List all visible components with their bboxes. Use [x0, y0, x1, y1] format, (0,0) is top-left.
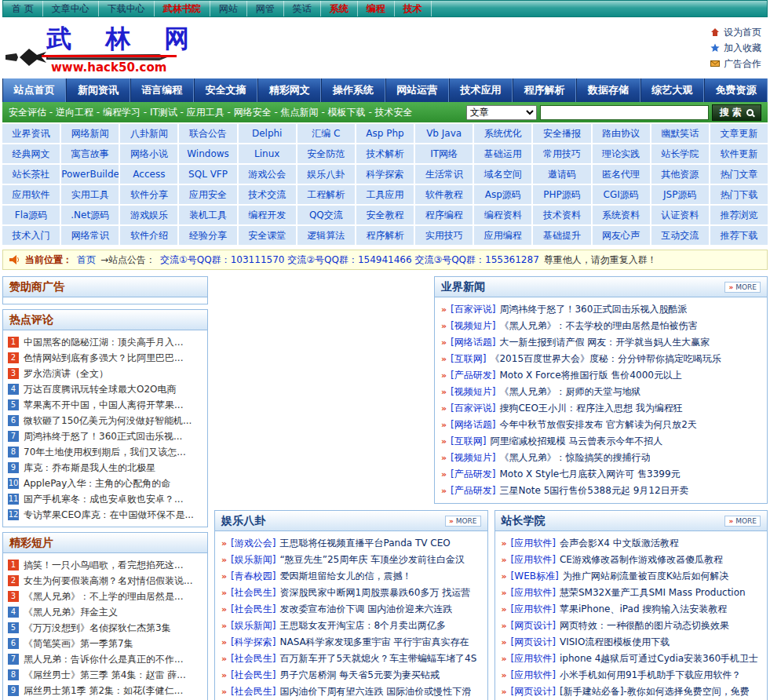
hot-comment-item[interactable]: 1 中国黑客的隐秘江湖：顶尖高手月入... [8, 334, 203, 350]
search-input[interactable] [540, 105, 709, 120]
category-link[interactable]: 站长学院 [651, 144, 709, 163]
category-link[interactable]: 互动交流 [651, 226, 709, 245]
category-link[interactable]: SQL VFP [179, 165, 236, 184]
news-item[interactable]: » [社会民生] 男子穴居桥洞 每天省5元要为妻买钻戒 [221, 667, 481, 684]
clip-item[interactable]: 9 屌丝男士第1季 第2集：如花(李健仁... [8, 683, 203, 698]
more-button[interactable]: » MORE [445, 516, 481, 527]
nav-tab[interactable]: 新闻资讯 [66, 78, 130, 102]
news-item[interactable]: » [网页设计] 网页特效：一种很酷的图片动态切换效果 [502, 618, 761, 634]
category-link[interactable]: 应用编程 [474, 226, 531, 245]
clip-item[interactable]: 2 女生为何要假装高潮？名对情侣假装说... [8, 573, 203, 589]
category-link[interactable]: 技术入门 [2, 226, 60, 245]
news-item[interactable]: » [应用软件] 慧荣SM32X量产工具SMI Mass Production [502, 585, 761, 601]
category-link[interactable]: 安全防范 [297, 144, 355, 163]
category-link[interactable]: 逻辑算法 [297, 226, 355, 245]
clip-item[interactable]: 4 《黑人兄弟》拜金主义 [8, 604, 203, 620]
hot-comment-item[interactable]: 6 微软砸了150亿美元为何没做好智能机... [8, 413, 203, 428]
category-link[interactable]: 程序编程 [415, 206, 473, 224]
clip-item[interactable]: 8 《屌丝男士》第三季 第4集：赵雷 薛... [8, 667, 203, 683]
clip-item[interactable]: 7 黑人兄弟：告诉你什么是真正的不作... [8, 651, 203, 667]
category-link[interactable]: 经典网文 [2, 144, 60, 163]
category-link[interactable]: 邀请码 [533, 165, 590, 184]
category-link[interactable]: Delphi [239, 124, 296, 143]
news-item[interactable]: » [科学探索] NASA科学家发现多重宇宙 平行宇宙真实存在 [221, 634, 481, 651]
hot-comment-item[interactable]: 8 70年土地使用权到期后，我们又该怎... [8, 444, 203, 460]
category-link[interactable]: Vb Java [415, 124, 473, 143]
nav-tab[interactable]: 安全文摘 [194, 78, 257, 102]
category-link[interactable]: 网友心声 [593, 226, 650, 245]
hot-comment-item[interactable]: 5 苹果离不开中国，中国人离得开苹果... [8, 397, 203, 413]
top-link[interactable]: 文章中心 [43, 1, 99, 16]
category-link[interactable]: 热门下载 [710, 185, 768, 204]
nav-tab[interactable]: 操作系统 [321, 78, 385, 102]
category-link[interactable]: .Net源码 [61, 206, 119, 224]
news-item[interactable]: » [应用软件] 会声会影X4 中文版激活教程 [502, 535, 761, 552]
category-link[interactable]: PowerBuilder [61, 165, 119, 184]
nav-tab[interactable]: 技术应用 [449, 78, 513, 102]
category-link[interactable]: 经验分享 [179, 226, 236, 245]
site-logo[interactable]: 武 林 网 www.hack50.com [5, 19, 210, 77]
category-link[interactable]: 软件介绍 [120, 226, 177, 245]
category-link[interactable]: PHP源码 [533, 185, 590, 204]
nav-tab[interactable]: 站点首页 [2, 78, 66, 102]
category-link[interactable]: 实用技巧 [415, 226, 473, 245]
nav-tab[interactable]: 综艺大观 [640, 78, 704, 102]
news-item[interactable]: » [应用软件] 小米手机如何用91手机助手下载应用软件？ [502, 667, 761, 684]
category-link[interactable]: 推荐下载 [710, 226, 768, 245]
category-link[interactable]: 网络常识 [61, 226, 119, 245]
home-link[interactable]: 首页 [77, 253, 96, 267]
news-item[interactable]: » [社会民生] 百万新车开了5天就熄火？车主带蝙蝠车堵了4S [221, 651, 481, 667]
category-link[interactable]: 科学探索 [356, 165, 414, 184]
news-item[interactable]: » [百家评说] 搜狗CEO王小川：程序注入思想 我为编程狂 [441, 400, 761, 417]
category-link[interactable]: 匿名代理 [593, 165, 650, 184]
nav-tab[interactable]: 语言编程 [130, 78, 194, 102]
nav-tab[interactable]: 精彩网文 [257, 78, 321, 102]
category-link[interactable]: 娱乐八卦 [297, 165, 355, 184]
news-item[interactable]: » [网页设计] [新手建站必备]-教你如何选择免费空间，免费 [502, 684, 761, 700]
news-item[interactable]: » [视频短片] 《黑人兄弟》：厨师的天堂与地狱 [441, 384, 761, 400]
news-item[interactable]: » [社会民生] 发改委宣布油价下调 国内油价迎来六连跌 [221, 601, 481, 618]
more-button[interactable]: » MORE [724, 516, 761, 527]
category-link[interactable]: 安全课堂 [239, 226, 296, 245]
category-link[interactable]: 基础提升 [533, 226, 590, 245]
category-link[interactable]: 工具应用 [356, 185, 414, 204]
news-item[interactable]: » [社会民生] 资深股民家中断网1周股票暴跌60多万 找运营 [221, 585, 481, 601]
category-link[interactable]: 理论实践 [593, 144, 650, 163]
news-item[interactable]: » [网页设计] VISIO流程图模板使用下载 [502, 634, 761, 651]
news-item[interactable]: » [社会民生] 国内油价下周有望六连跌 国际油价或慢性下滑 [221, 684, 481, 700]
top-link[interactable]: 笑话 [284, 1, 321, 16]
category-link[interactable]: Windows [179, 144, 236, 163]
category-link[interactable]: CGI源码 [593, 185, 650, 204]
news-item[interactable]: » [网络话题] 大一新生报到请产假 网友：开学就当妈人生大赢家 [441, 334, 761, 351]
category-link[interactable]: 网络小说 [120, 144, 177, 163]
category-link[interactable]: Access [120, 165, 177, 184]
top-link[interactable]: 网站 [210, 1, 247, 16]
ad-cooperation-link[interactable]: 广告合作 [710, 56, 761, 71]
top-link[interactable]: 武林书院 [155, 1, 210, 16]
news-item[interactable]: » [视频短片] 《黑人兄弟》：惊险搞笑的搜捕行动 [441, 450, 761, 466]
category-link[interactable]: 编程开发 [239, 206, 296, 224]
category-link[interactable]: 基础运用 [474, 144, 531, 163]
category-link[interactable]: 软件分享 [120, 185, 177, 204]
hot-comment-item[interactable]: 12 专访苹果CEO库克：在中国做环保不是... [8, 507, 203, 523]
category-link[interactable]: 应用软件 [2, 185, 60, 204]
hot-comment-item[interactable]: 11 国产手机寒冬：成也安卓败也安卓？... [8, 491, 203, 507]
top-link[interactable]: 编程 [358, 1, 395, 16]
category-link[interactable]: 技术资料 [533, 206, 590, 224]
category-link[interactable]: 软件更新 [710, 144, 768, 163]
news-item[interactable]: » [青春校园] 爱因斯坦留给女儿的信，震撼！ [221, 568, 481, 585]
category-link[interactable]: 游戏公会 [239, 165, 296, 184]
news-item[interactable]: » [网络话题] 今年中秋节放假安排发布 官方解读为何只放2天 [441, 417, 761, 433]
add-favorite-link[interactable]: 加入收藏 [710, 40, 761, 56]
nav-tab[interactable]: 数据存储 [576, 78, 640, 102]
category-link[interactable]: 联合公告 [179, 124, 236, 143]
top-link[interactable]: 网管 [247, 1, 284, 16]
category-link[interactable]: Fla源码 [2, 206, 60, 224]
category-link[interactable]: Linux [239, 144, 296, 163]
category-link[interactable]: 八卦新闻 [120, 124, 177, 143]
nav-tab[interactable]: 程序解析 [513, 78, 576, 102]
hot-comment-item[interactable]: 9 库克：乔布斯是我人生的北极星 [8, 460, 203, 476]
category-link[interactable]: 应用安全 [179, 185, 236, 204]
news-item[interactable]: » [互联网] 阿里缩减校招规模 马云曾表示今年不招人 [441, 433, 761, 450]
category-link[interactable]: 常用技巧 [533, 144, 590, 163]
